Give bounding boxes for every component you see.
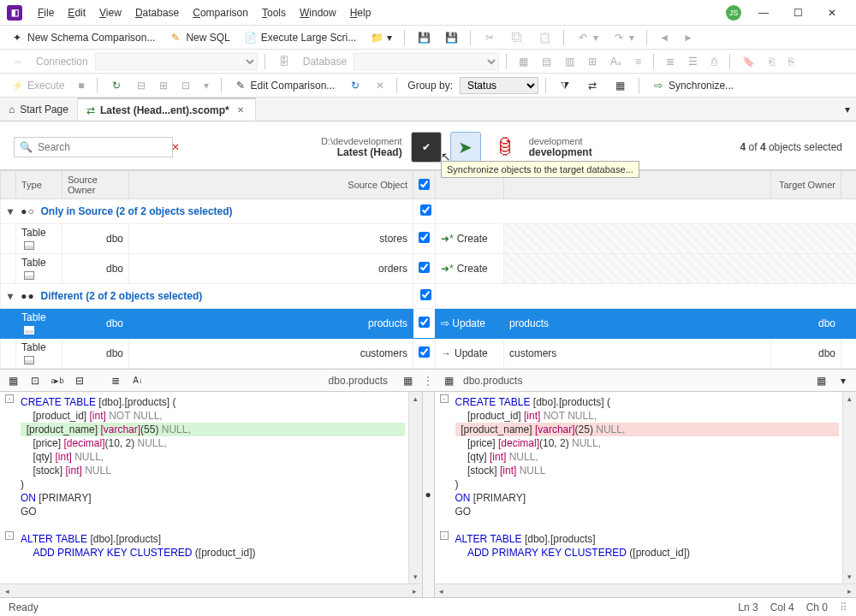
- tab-close-button[interactable]: ✕: [235, 104, 247, 116]
- tb3-b[interactable]: ⊞: [154, 78, 173, 93]
- row-check[interactable]: [419, 232, 430, 243]
- menu-tools[interactable]: Tools: [255, 7, 293, 19]
- diff-btn-1[interactable]: ▦: [5, 373, 21, 388]
- connection-select[interactable]: [95, 53, 258, 70]
- stop-button[interactable]: ■: [73, 78, 89, 93]
- tb2-3[interactable]: ▥: [560, 54, 580, 69]
- cancel-refresh-button[interactable]: ✕: [371, 78, 389, 93]
- new-comparison-button[interactable]: ✦New Schema Comparison...: [5, 29, 160, 46]
- row-check[interactable]: [419, 317, 430, 328]
- tb2-4[interactable]: ⊞: [583, 54, 602, 69]
- tb2-11[interactable]: ⎗: [764, 54, 780, 69]
- sql-source-left[interactable]: -CREATE TABLE [dbo].[products] ( [produc…: [0, 392, 408, 583]
- diff-btn-6[interactable]: A↓: [130, 373, 146, 388]
- tb2-6[interactable]: ≡: [630, 54, 646, 69]
- menu-comparison[interactable]: Comparison: [186, 7, 255, 19]
- tb2-8[interactable]: ☰: [683, 54, 703, 69]
- vscrollbar-left[interactable]: ▴▾: [408, 392, 422, 583]
- menu-window[interactable]: Window: [293, 7, 343, 19]
- group-only-in-source[interactable]: ▾ ●○ Only in Source (2 of 2 objects sele…: [1, 199, 857, 224]
- report-button[interactable]: ▦: [608, 77, 632, 94]
- database-select[interactable]: [354, 53, 499, 70]
- database-icon-button[interactable]: 🗄: [272, 53, 296, 70]
- refresh-small[interactable]: ↻: [104, 77, 128, 94]
- tb2-1[interactable]: ▦: [514, 54, 533, 69]
- group-different[interactable]: ▾ ●● Different (2 of 2 objects selected): [1, 284, 857, 309]
- tb2-2[interactable]: ▤: [537, 54, 556, 69]
- tb3-c[interactable]: ⊡: [176, 78, 195, 93]
- hscrollbar-left[interactable]: ◂▸: [0, 583, 422, 597]
- col-source-owner[interactable]: Source Owner: [62, 171, 129, 199]
- menu-database[interactable]: Database: [128, 7, 186, 19]
- maximize-button[interactable]: ☐: [781, 0, 815, 26]
- diff-view-2[interactable]: ▾: [835, 373, 851, 388]
- menu-edit[interactable]: Edit: [61, 7, 92, 19]
- search-box[interactable]: 🔍 ✕: [14, 137, 173, 157]
- menu-view[interactable]: View: [92, 7, 128, 19]
- swap-button[interactable]: ⇄: [580, 77, 604, 94]
- diff-btn-5[interactable]: ≣: [108, 373, 123, 388]
- minimize-button[interactable]: —: [746, 0, 781, 26]
- table-row[interactable]: Table dbocustomers →Update customersdbo: [1, 339, 857, 369]
- group-check-2[interactable]: [420, 289, 431, 300]
- tb3-a[interactable]: ⊟: [132, 78, 151, 93]
- connect-button[interactable]: ⎓: [5, 53, 29, 70]
- menu-file[interactable]: File: [31, 7, 61, 19]
- diff-splitter[interactable]: ●: [423, 392, 435, 597]
- nav-back-button[interactable]: ◄: [654, 30, 675, 45]
- copy-button[interactable]: ⿻: [505, 29, 529, 46]
- open-dropdown[interactable]: 📁▾: [365, 29, 397, 46]
- bookmark-button[interactable]: 🔖: [737, 54, 760, 69]
- diff-btn-4[interactable]: ⊟: [72, 373, 87, 388]
- execute-button[interactable]: ⚡Execute: [5, 77, 69, 94]
- cut-button[interactable]: ✂: [478, 29, 502, 46]
- refresh-comparison-button[interactable]: ↻: [343, 77, 367, 94]
- new-sql-button[interactable]: ✎New SQL: [163, 29, 235, 46]
- filter-button[interactable]: ⧩: [553, 77, 577, 94]
- edit-comparison-button[interactable]: ✎Edit Comparison...: [229, 77, 341, 94]
- user-avatar[interactable]: JS: [726, 5, 741, 21]
- table-row[interactable]: Table dboorders ➜*Create: [1, 254, 857, 284]
- tb3-d[interactable]: ▾: [199, 78, 214, 93]
- vscrollbar-right[interactable]: ▴▾: [842, 392, 856, 583]
- fold-icon[interactable]: -: [5, 531, 14, 540]
- paste-button[interactable]: 📋: [532, 29, 556, 46]
- tb2-9[interactable]: ⎙: [706, 54, 722, 69]
- tab-comparison[interactable]: ⇄Latest (Head...ent).scomp*✕: [78, 98, 256, 121]
- group-by-select[interactable]: Status: [460, 77, 538, 94]
- col-target-owner[interactable]: Target Owner: [771, 171, 841, 199]
- group-check-1[interactable]: [420, 204, 431, 216]
- execute-large-button[interactable]: 📄Execute Large Scri...: [239, 29, 361, 46]
- undo-button[interactable]: ↶▾: [571, 29, 603, 46]
- save-button[interactable]: 💾: [412, 29, 436, 46]
- col-include[interactable]: [413, 171, 436, 199]
- col-source-object[interactable]: Source Object: [129, 171, 413, 199]
- save-all-button[interactable]: 💾: [439, 29, 463, 46]
- synchronize-big-button[interactable]: ➤: [450, 132, 481, 163]
- fold-icon[interactable]: -: [5, 394, 14, 403]
- search-input[interactable]: [38, 141, 166, 153]
- tb2-12[interactable]: ⎘: [783, 54, 800, 69]
- tb2-5[interactable]: Aₐ: [605, 54, 627, 69]
- nav-fwd-button[interactable]: ►: [678, 30, 698, 45]
- close-button[interactable]: ✕: [815, 0, 849, 26]
- diff-btn-2[interactable]: ⊡: [27, 373, 43, 388]
- fold-icon[interactable]: -: [440, 394, 449, 403]
- diff-btn-3[interactable]: a▸b: [50, 373, 65, 388]
- tab-start-page[interactable]: ⌂Start Page: [0, 98, 78, 121]
- table-row[interactable]: Table dbostores ➜*Create: [1, 224, 857, 254]
- menu-help[interactable]: Help: [343, 7, 378, 19]
- redo-button[interactable]: ↷▾: [607, 29, 639, 46]
- col-type[interactable]: Type: [16, 171, 62, 199]
- status-resize-grip[interactable]: ⠿: [840, 601, 847, 613]
- diff-view-1[interactable]: ▦: [813, 373, 829, 388]
- table-row-selected[interactable]: Table dboproducts ⇨ Update productsdbo: [1, 309, 857, 339]
- fold-icon[interactable]: -: [440, 531, 449, 540]
- sql-source-right[interactable]: -CREATE TABLE [dbo].[products] ( [produc…: [435, 392, 843, 583]
- row-check[interactable]: [419, 346, 430, 358]
- tabs-menu[interactable]: ▾: [839, 98, 856, 121]
- row-check[interactable]: [419, 262, 430, 273]
- tb2-7[interactable]: ≣: [661, 54, 680, 69]
- hscrollbar-right[interactable]: ◂▸: [435, 583, 857, 597]
- synchronize-button[interactable]: ⇨Synchronize...: [646, 77, 739, 94]
